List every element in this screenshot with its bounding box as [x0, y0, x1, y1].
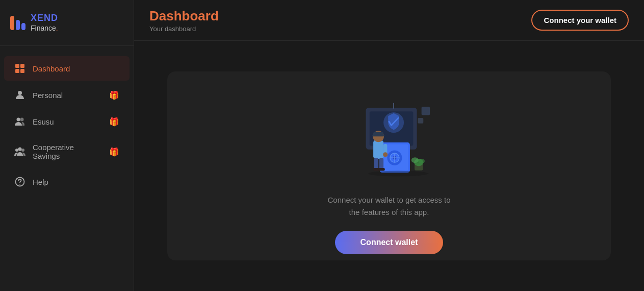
svg-rect-14: [422, 107, 430, 115]
connect-wallet-main-button[interactable]: Connect wallet: [335, 231, 444, 254]
connect-wallet-header-button[interactable]: Connect your wallet: [531, 10, 629, 31]
gift-icon-personal: 🎁: [109, 90, 119, 100]
svg-rect-15: [418, 118, 423, 124]
dashboard-content: Connect your wallet to get access to the…: [134, 41, 644, 291]
svg-point-11: [19, 184, 20, 185]
svg-rect-25: [373, 140, 383, 159]
people-icon: [14, 116, 25, 127]
page-title: Dashboard: [149, 8, 219, 24]
sidebar-item-help[interactable]: Help: [4, 169, 130, 194]
grid-icon: [14, 63, 25, 74]
sidebar-item-dashboard[interactable]: Dashboard: [4, 56, 130, 81]
help-icon: [14, 177, 25, 187]
topbar: Dashboard Your dashboard Connect your wa…: [134, 0, 644, 41]
wallet-message-line1: Connect your wallet to get access to: [328, 196, 451, 204]
main-content: Dashboard Your dashboard Connect your wa…: [134, 0, 644, 291]
logo-text: XEND Finance.: [31, 13, 58, 32]
sidebar-label-help: Help: [33, 178, 48, 186]
svg-rect-32: [379, 158, 383, 169]
sidebar-item-cooperative-savings[interactable]: Cooperative Savings 🎁: [4, 136, 130, 167]
wallet-message-line2: the features of this app.: [349, 208, 429, 216]
svg-point-6: [20, 118, 24, 122]
svg-point-9: [21, 149, 24, 152]
wallet-illustration: [338, 92, 440, 184]
svg-point-38: [418, 159, 425, 163]
sidebar-label-esusu: Esusu: [33, 117, 54, 126]
logo-icon: [10, 16, 25, 30]
person-icon: [14, 90, 25, 100]
sidebar-label-dashboard: Dashboard: [33, 64, 70, 73]
product-name: Finance.: [31, 24, 58, 33]
svg-rect-28: [372, 135, 384, 137]
logo-area: XEND Finance.: [0, 0, 134, 46]
svg-rect-2: [15, 69, 19, 73]
logo-bar-3: [21, 23, 25, 30]
sidebar-item-esusu[interactable]: Esusu 🎁: [4, 109, 130, 134]
logo-bar-1: [10, 16, 14, 30]
sidebar-nav: Dashboard Personal 🎁: [0, 46, 134, 291]
svg-rect-3: [20, 69, 24, 73]
svg-point-30: [383, 152, 388, 157]
svg-rect-0: [15, 64, 19, 68]
gift-icon-esusu: 🎁: [109, 117, 119, 127]
dot: .: [56, 24, 58, 32]
sidebar-item-personal[interactable]: Personal 🎁: [4, 83, 130, 107]
svg-rect-34: [378, 168, 385, 171]
page-subtitle: Your dashboard: [149, 25, 219, 33]
sidebar: XEND Finance. Dashboard: [0, 0, 134, 291]
sidebar-label-personal: Personal: [33, 91, 63, 100]
page-title-area: Dashboard Your dashboard: [149, 8, 219, 33]
svg-point-37: [411, 157, 419, 163]
gift-icon-cooperative: 🎁: [109, 147, 119, 157]
brand-name: XEND: [31, 13, 58, 24]
svg-point-39: [368, 171, 428, 177]
wallet-card: Connect your wallet to get access to the…: [167, 71, 611, 260]
people-group-icon: [14, 147, 25, 157]
svg-point-5: [17, 118, 20, 122]
svg-rect-1: [20, 64, 24, 68]
svg-rect-31: [374, 158, 378, 169]
svg-point-8: [18, 148, 22, 151]
sidebar-label-cooperative-savings: Cooperative Savings: [33, 143, 102, 160]
wallet-message: Connect your wallet to get access to the…: [328, 194, 451, 219]
svg-point-4: [18, 91, 22, 95]
svg-point-7: [15, 149, 18, 152]
logo-bar-2: [16, 20, 20, 30]
